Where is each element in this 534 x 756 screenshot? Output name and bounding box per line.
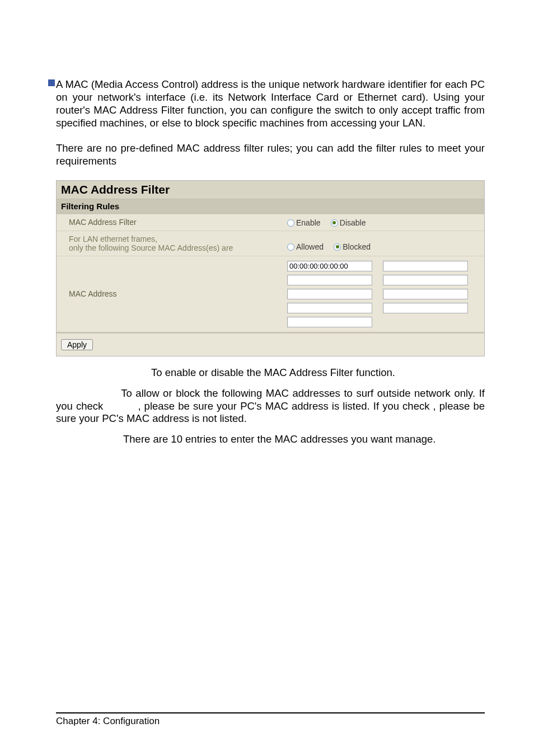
footer: Chapter 4: Configuration <box>56 712 485 727</box>
row-label-frames-l1: For LAN ethernet frames, <box>69 234 157 243</box>
radio-allowed[interactable] <box>287 243 294 251</box>
row-label-macfilter: MAC Address Filter <box>57 214 282 231</box>
mac-input-3[interactable] <box>383 275 468 285</box>
row-value-macaddress <box>282 256 484 332</box>
mac-input-1[interactable] <box>383 261 468 271</box>
radio-blocked-wrap[interactable]: Blocked <box>334 242 378 251</box>
desc-mac-filter: To enable or disable the MAC Address Fil… <box>56 367 485 379</box>
panel-subtitle: Filtering Rules <box>57 199 484 214</box>
mac-input-0[interactable] <box>287 261 372 271</box>
apply-row: Apply <box>57 332 484 356</box>
radio-enable[interactable] <box>287 219 294 227</box>
row-value-frames: Allowed Blocked <box>282 231 484 256</box>
row-label-macaddress: MAC Address <box>57 256 282 332</box>
radio-disable[interactable] <box>331 219 338 227</box>
mac-input-8[interactable] <box>287 317 372 327</box>
mac-input-4[interactable] <box>287 289 372 299</box>
desc-mac-address: There are 10 entries to enter the MAC ad… <box>56 433 485 446</box>
mac-input-6[interactable] <box>287 303 372 313</box>
radio-allowed-wrap[interactable]: Allowed <box>287 242 334 251</box>
settings-table: MAC Address Filter Enable Disable For LA… <box>57 214 484 332</box>
apply-button[interactable]: Apply <box>61 339 93 350</box>
mac-input-5[interactable] <box>383 289 468 299</box>
description-list: To enable or disable the MAC Address Fil… <box>56 367 485 447</box>
mac-input-2[interactable] <box>287 275 372 285</box>
intro-paragraph-2: There are no pre-defined MAC address fil… <box>56 142 485 168</box>
row-label-frames-l2: only the following Source MAC Address(es… <box>69 243 233 252</box>
mac-input-grid <box>287 261 479 327</box>
desc-allowed-blocked: To allow or block the following MAC addr… <box>56 387 485 426</box>
radio-disable-wrap[interactable]: Disable <box>331 218 374 227</box>
page-content: A MAC (Media Access Control) address is … <box>0 0 534 446</box>
section-marker <box>48 79 55 86</box>
radio-blocked[interactable] <box>334 243 341 251</box>
radio-enable-wrap[interactable]: Enable <box>287 218 331 227</box>
footer-text: Chapter 4: Configuration <box>56 716 160 726</box>
row-label-frames: For LAN ethernet frames, only the follow… <box>57 231 282 256</box>
intro-paragraph-1: A MAC (Media Access Control) address is … <box>56 78 485 130</box>
mac-filter-panel: MAC Address Filter Filtering Rules MAC A… <box>56 180 485 356</box>
panel-title: MAC Address Filter <box>57 181 484 199</box>
row-value-macfilter: Enable Disable <box>282 214 484 231</box>
mac-input-7[interactable] <box>383 303 468 313</box>
